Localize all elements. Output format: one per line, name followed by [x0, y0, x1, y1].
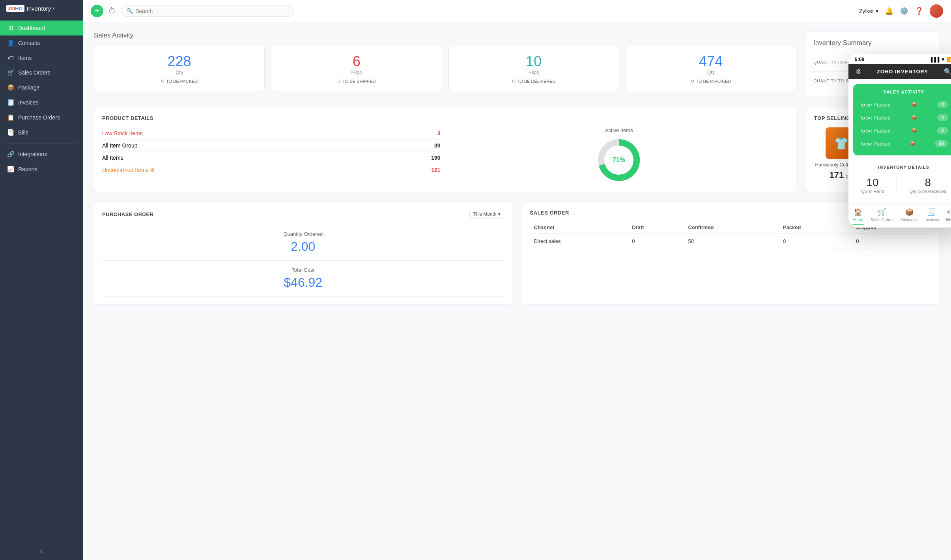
sidebar-item-items[interactable]: 🏷 Items	[0, 50, 83, 65]
mobile-search-icon[interactable]: 🔍	[944, 68, 951, 75]
invoiced-card[interactable]: 474 Qty ⊙ TO BE INVOICED	[626, 46, 796, 91]
bills-icon: 📑	[7, 129, 14, 136]
sidebar-item-integrations[interactable]: 🔗 Integrations	[0, 147, 83, 162]
mobile-nav-items-label: Items	[946, 217, 951, 222]
contacts-icon: 👤	[7, 39, 14, 47]
sidebar-item-dashboard[interactable]: ⊞ Dashboard	[0, 21, 83, 35]
mobile-qty-receive: 8 Qty to be Received	[910, 176, 947, 194]
sales-orders-icon: 🛒	[7, 69, 14, 76]
sidebar-item-bills[interactable]: 📑 Bills	[0, 125, 83, 140]
po-period-label: This Month	[473, 211, 496, 217]
sales-activity-section: Sales Activity 228 Qty ⊙ TO BE PACKED 6 …	[94, 32, 796, 97]
add-button[interactable]: +	[91, 5, 103, 17]
sidebar-collapse-button[interactable]: ‹	[0, 542, 83, 560]
mobile-nav-invoices[interactable]: 🧾 Invoices	[925, 208, 939, 225]
sales-activity-title: Sales Activity	[94, 32, 796, 39]
sidebar-item-purchase-orders[interactable]: 📋 Purchase Orders	[0, 110, 83, 125]
sidebar-item-package[interactable]: 📦 Package	[0, 80, 83, 95]
purchase-orders-icon: 📋	[7, 114, 14, 121]
po-title: PURCHASE ORDER	[102, 211, 154, 217]
low-stock-row: Low Stock Items 3	[102, 127, 441, 140]
so-packed: 0	[779, 234, 852, 248]
second-row: PRODUCT DETAILS Low Stock Items 3 All It…	[94, 107, 940, 192]
sidebar-item-sales-orders[interactable]: 🛒 Sales Orders	[0, 65, 83, 80]
search-icon: 🔍	[127, 8, 133, 14]
mobile-qty-receive-label: Qty to be Received	[910, 189, 947, 194]
mobile-app-title: ZOHO INVENTORY	[877, 69, 928, 75]
avatar[interactable]	[930, 4, 943, 18]
svg-text:71%: 71%	[613, 157, 625, 163]
shipped-qty: 6	[278, 53, 435, 70]
mobile-sa-label-4: To be Packed	[859, 141, 891, 147]
mobile-inv-metrics: 10 Qty in Hand 8 Qty to be Received	[855, 175, 951, 195]
delivered-status: ⊙ TO BE DELIVERED	[455, 78, 613, 84]
mobile-nav-bar: ⚙ ZOHO INVENTORY 🔍	[848, 64, 951, 79]
mobile-settings-icon[interactable]: ⚙	[856, 68, 861, 75]
search-bar[interactable]: 🔍	[121, 6, 294, 17]
items-icon: 🏷	[7, 54, 14, 61]
mobile-nav-items[interactable]: 🏷 Items	[946, 208, 951, 225]
unconfirmed-count: 121	[431, 167, 440, 173]
product-details-title: PRODUCT DETAILS	[102, 115, 788, 121]
sidebar-divider	[6, 143, 77, 144]
help-icon[interactable]: ❓	[915, 7, 923, 15]
reports-icon: 📈	[7, 166, 14, 173]
settings-icon[interactable]: ⚙️	[900, 7, 908, 15]
mobile-status-bar: 5:08 ▐▐▐ ▼ 📶	[848, 54, 951, 64]
so-row-direct-sales: Direct sales 0 50 0 0	[530, 234, 932, 248]
shipped-card[interactable]: 6 Pkgs ⊙ TO BE SHIPPED	[271, 46, 442, 91]
mobile-sa-row-4: To be Packed 📦 50	[859, 137, 948, 150]
packed-card[interactable]: 228 Qty ⊙ TO BE PACKED	[94, 46, 265, 91]
so-shipped: 0	[852, 234, 932, 248]
item-group-row: All Item Group 39	[102, 140, 441, 152]
mobile-sa-icon-1: 📦	[911, 102, 917, 107]
org-selector[interactable]: Zylker ▾	[859, 8, 878, 14]
sidebar-item-contacts[interactable]: 👤 Contacts	[0, 35, 83, 50]
mobile-sa-icon-4: 📦	[910, 141, 916, 146]
packed-unit: Qty	[101, 70, 258, 75]
packed-qty: 228	[101, 53, 258, 70]
mobile-nav-home[interactable]: 🏠 Home	[852, 208, 864, 225]
unconfirmed-row: Unconfirmed Items ⊕ 121	[102, 164, 441, 176]
mobile-divider	[897, 175, 897, 195]
app-name: Inventory	[27, 5, 51, 12]
mobile-active-indicator	[852, 224, 864, 225]
sidebar-item-label: Items	[18, 55, 32, 61]
item-group-count: 39	[434, 142, 441, 149]
history-button[interactable]: ⏱	[108, 6, 116, 15]
search-input[interactable]	[135, 8, 288, 14]
so-draft: 0	[628, 234, 684, 248]
purchase-order-widget: PURCHASE ORDER This Month ▾ Quantity Ord…	[94, 202, 512, 305]
sidebar-logo[interactable]: ZOHO Inventory ▾	[0, 0, 83, 17]
low-stock-count: 3	[437, 130, 441, 136]
invoiced-unit: Qty	[632, 70, 790, 75]
sidebar: ZOHO Inventory ▾ ⊞ Dashboard 👤 Contacts …	[0, 0, 83, 560]
mobile-nav-sales-orders[interactable]: 🛒 Sales Orders	[871, 208, 893, 225]
delivered-card[interactable]: 10 Pkgs ⊙ TO BE DELIVERED	[448, 46, 619, 91]
mobile-inv-title: INVENTORY DETAILS	[855, 165, 951, 170]
low-stock-link[interactable]: Low Stock Items	[102, 130, 143, 136]
sidebar-item-label: Package	[18, 84, 39, 91]
unconfirmed-link[interactable]: Unconfirmed Items ⊕	[102, 167, 155, 173]
zoho-logo: ZOHO	[6, 5, 24, 12]
mobile-sa-title: SALES ACTIVITY	[859, 90, 948, 94]
po-period-selector[interactable]: This Month ▾	[469, 210, 504, 218]
po-cost-label: Total Cost	[102, 267, 504, 273]
invoices-icon: 🧾	[7, 99, 14, 106]
mobile-nav-packages[interactable]: 📦 Packages	[901, 208, 918, 225]
donut-chart: Active Items 71%	[450, 127, 788, 184]
donut-svg: 71%	[595, 136, 643, 184]
third-row: PURCHASE ORDER This Month ▾ Quantity Ord…	[94, 202, 940, 305]
mobile-nav-home-label: Home	[852, 218, 863, 222]
topbar-right: Zylker ▾ 🔔 ⚙️ ❓	[859, 4, 943, 18]
sidebar-item-label: Integrations	[18, 151, 47, 157]
sidebar-item-reports[interactable]: 📈 Reports	[0, 162, 83, 177]
mobile-nav-pkg-label: Packages	[901, 218, 918, 222]
mobile-home-icon: 🏠	[854, 208, 862, 217]
topbar: + ⏱ 🔍 Zylker ▾ 🔔 ⚙️ ❓	[83, 0, 951, 22]
sidebar-item-label: Sales Orders	[18, 69, 50, 76]
notifications-icon[interactable]: 🔔	[885, 7, 893, 15]
mobile-qty-hand: 10 Qty in Hand	[861, 176, 884, 194]
po-header: PURCHASE ORDER This Month ▾	[102, 210, 504, 218]
sidebar-item-invoices[interactable]: 🧾 Invoices	[0, 95, 83, 110]
